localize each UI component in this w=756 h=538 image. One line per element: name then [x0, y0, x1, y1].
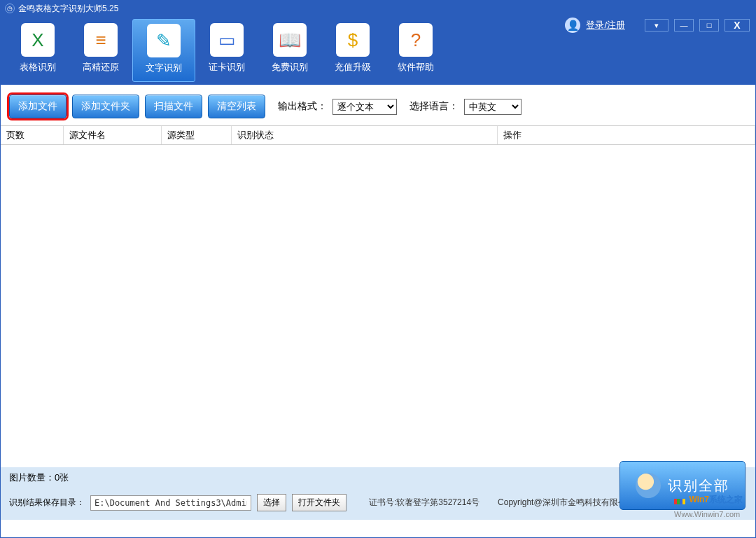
open-folder-button[interactable]: 打开文件夹	[292, 494, 346, 511]
clear-list-button[interactable]: 清空列表	[208, 95, 265, 118]
ribbon-2[interactable]: ✎文字识别	[132, 19, 195, 82]
ribbon-label: 免费识别	[258, 61, 321, 74]
minimize-button[interactable]: —	[674, 19, 694, 32]
person-icon	[636, 473, 661, 498]
ribbon: X表格识别≡高精还原✎文字识别▭证卡识别📖免费识别$充值升级?软件帮助 👤 登录…	[1, 16, 755, 85]
scan-file-button[interactable]: 扫描文件	[145, 95, 202, 118]
ribbon-icon: X	[21, 23, 55, 57]
ribbon-icon: ▭	[210, 23, 244, 57]
title-right: 👤 登录/注册 ▾ — □ X	[565, 18, 750, 33]
add-folder-button[interactable]: 添加文件夹	[72, 95, 139, 118]
avatar-icon: 👤	[565, 18, 580, 33]
col-status: 识别状态	[232, 126, 498, 144]
recognize-all-label: 识别全部	[668, 476, 729, 495]
ribbon-label: 软件帮助	[384, 61, 447, 74]
ribbon-label: 文字识别	[133, 62, 195, 74]
ribbon-6[interactable]: ?软件帮助	[384, 19, 447, 82]
ribbon-5[interactable]: $充值升级	[321, 19, 384, 82]
col-pages: 页数	[1, 126, 64, 144]
table-header: 页数 源文件名 源类型 识别状态 操作	[1, 125, 755, 145]
ribbon-0[interactable]: X表格识别	[6, 19, 69, 82]
ribbon-label: 高精还原	[69, 61, 132, 74]
ribbon-1[interactable]: ≡高精还原	[69, 19, 132, 82]
ribbon-label: 充值升级	[321, 61, 384, 74]
app-title: 金鸣表格文字识别大师5.25	[18, 3, 118, 15]
add-file-button[interactable]: 添加文件	[9, 95, 66, 118]
ribbon-icon: ✎	[147, 24, 181, 57]
picture-count: 图片数量：0张	[9, 472, 69, 483]
ribbon-label: 表格识别	[6, 61, 69, 74]
ribbon-label: 证卡识别	[195, 61, 258, 74]
ribbon-icon: ?	[399, 23, 433, 57]
col-operation: 操作	[498, 126, 755, 144]
ribbon-icon: $	[336, 23, 370, 57]
language-label: 选择语言：	[410, 100, 458, 113]
table-body	[1, 145, 755, 467]
language-select[interactable]: 中英文	[464, 99, 522, 115]
app-icon: ◷	[5, 4, 15, 13]
col-source-file: 源文件名	[64, 126, 162, 144]
maximize-button[interactable]: □	[699, 19, 719, 32]
recognize-all-button[interactable]: 识别全部	[620, 461, 746, 510]
ribbon-4[interactable]: 📖免费识别	[258, 19, 321, 82]
cert-text: 证书号:软著登字第3527214号	[369, 497, 479, 509]
save-dir-label: 识别结果保存目录：	[9, 497, 85, 509]
output-format-label: 输出格式：	[278, 100, 327, 113]
choose-button[interactable]: 选择	[257, 494, 286, 511]
login-link[interactable]: 登录/注册	[586, 19, 625, 32]
titlebar: ◷ 金鸣表格文字识别大师5.25	[1, 1, 755, 16]
ribbon-3[interactable]: ▭证卡识别	[195, 19, 258, 82]
ribbon-icon: ≡	[84, 23, 118, 57]
secondary-toolbar: 添加文件 添加文件夹 扫描文件 清空列表 输出格式： 逐个文本 选择语言： 中英…	[1, 85, 755, 125]
col-source-type: 源类型	[162, 126, 232, 144]
output-format-select[interactable]: 逐个文本	[332, 99, 397, 115]
dropdown-button[interactable]: ▾	[645, 19, 668, 32]
save-dir-input[interactable]	[90, 495, 251, 511]
close-button[interactable]: X	[724, 19, 750, 32]
ribbon-icon: 📖	[273, 23, 307, 57]
copyright-text: Copyright@深圳市金鸣科技有限公司	[498, 497, 635, 509]
